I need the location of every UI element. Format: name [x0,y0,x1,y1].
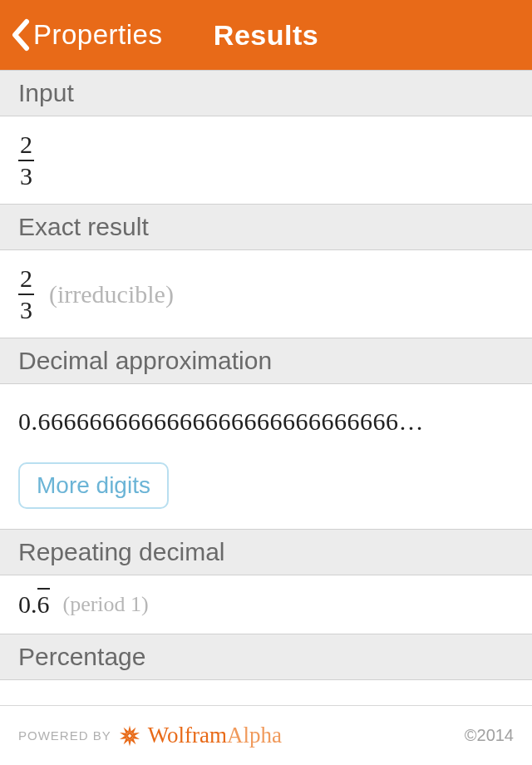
irreducible-note: (irreducible) [49,280,174,308]
section-body-exact: 2 3 (irreducible) [0,250,532,338]
fraction-bar [18,294,34,295]
section-header-percentage: Percentage [0,634,532,680]
footer: POWERED BY WolframA [0,705,532,765]
section-body-decimal: 0.6666666666666666666666666666… More dig… [0,384,532,529]
exact-fraction: 2 3 [18,265,34,323]
section-header-repeating: Repeating decimal [0,529,532,575]
fraction-denominator: 3 [18,163,34,190]
fraction-numerator: 2 [18,131,34,158]
fraction-numerator: 2 [18,265,34,292]
fraction-denominator: 3 [18,297,34,323]
repeating-digit: 6 [37,590,50,619]
svg-rect-12 [129,733,130,737]
section-body-input: 2 3 [0,116,532,204]
section-header-decimal: Decimal approximation [0,338,532,384]
back-label: Properties [33,19,162,51]
decimal-value: 0.6666666666666666666666666666… [18,407,514,436]
page-title: Results [214,19,318,52]
wolfram-spikey-icon [118,724,141,748]
repeating-prefix: 0. [18,590,37,619]
section-header-exact: Exact result [0,204,532,250]
repeating-decimal-value: 0.6 [18,590,50,619]
input-fraction: 2 3 [18,131,34,189]
powered-by-label: POWERED BY [18,728,111,743]
section-body-repeating: 0.6 (period 1) [0,575,532,634]
section-body-percentage [0,680,532,705]
copyright-label: ©2014 [465,726,514,745]
results-scroll[interactable]: Input 2 3 Exact result 2 3 (irreducible)… [0,70,532,705]
repeating-period-note: (period 1) [63,592,149,617]
svg-marker-5 [128,739,131,746]
app-header: Properties Results [0,0,532,70]
fraction-bar [18,160,34,161]
wolfram-alpha-wordmark: WolframAlpha [148,723,282,748]
section-header-input: Input [0,70,532,116]
back-button[interactable]: Properties [0,0,162,70]
more-digits-button[interactable]: More digits [18,462,169,509]
svg-marker-0 [128,725,131,732]
chevron-left-icon [10,18,30,52]
powered-by-block[interactable]: POWERED BY WolframA [18,723,282,748]
